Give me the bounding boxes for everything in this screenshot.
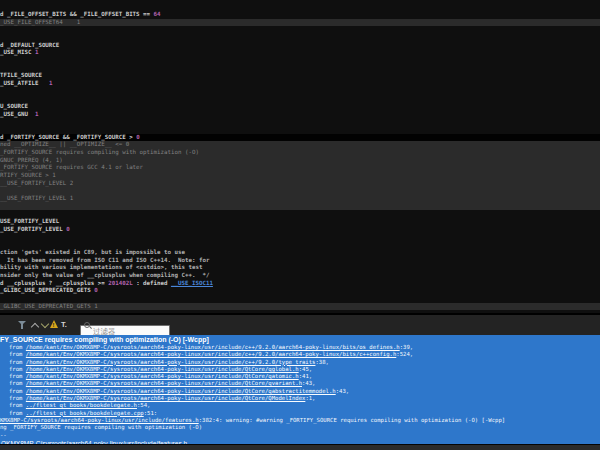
code-line: USE_FORTIFY_LEVEL (0, 218, 600, 226)
code-segment: __USE_FORTIFY_LEVEL 1 (0, 195, 73, 201)
code-line: RTIFY_SOURCE > 1 (0, 172, 600, 180)
compile-output-panel[interactable]: FY_SOURCE requires compiling with optimi… (0, 335, 600, 444)
code-editor[interactable]: d _FILE_OFFSET_BITS && _FILE_OFFSET_BITS… (0, 0, 600, 313)
code-segment: _USE_FILE_OFFSET64 1 (0, 19, 80, 25)
code-segment: _GLIBC_USE_DEPRECATED_GETS (0, 287, 94, 293)
code-line: d __cplusplus ? __cplusplus >= 201402L :… (0, 280, 600, 288)
code-line: nsider only the value of __cplusplus whe… (0, 272, 600, 280)
code-segment: 1 (35, 49, 39, 55)
code-line: _FORTIFY_SOURCE requires compiling with … (0, 149, 600, 157)
code-line: _USE_FILE_OFFSET64 1 (0, 19, 600, 27)
code-line (0, 126, 600, 134)
file-link[interactable]: /home/kant/Env/OKMX8MP-C/sysroots/aarch6… (26, 380, 302, 386)
output-text: from (9, 388, 26, 394)
output-text: :39, (400, 344, 413, 350)
code-line: _USE_FORTIFY_LEVEL 0 (0, 226, 600, 234)
warning-triangle-icon[interactable]: ! (50, 320, 58, 328)
compile-output-line: from /home/kant/Env/OKMX8MP-C/sysroots/a… (0, 373, 600, 380)
code-segment: 201402L (108, 280, 132, 286)
code-segment: 0 (66, 226, 70, 232)
code-segment: USE_FORTIFY_LEVEL (0, 218, 59, 224)
code-line (0, 95, 600, 103)
code-segment: 0 (94, 287, 98, 293)
code-line (0, 210, 600, 218)
warning-title: FY_SOURCE requires compiling with optimi… (0, 336, 600, 344)
horizontal-scrollbar[interactable] (0, 444, 600, 450)
file-link[interactable]: /home/kant/Env/OKMX8MP-C/sysroots/aarch6… (26, 344, 400, 350)
code-segment: : defined (133, 280, 171, 286)
code-line (0, 241, 600, 249)
code-segment: It has been removed from ISO C11 and ISO… (0, 257, 209, 263)
code-segment: ction 'gets' existed in C89, but is impo… (0, 249, 185, 255)
compile-output-line: from /home/kant/Env/OKMX8MP-C/sysroots/a… (0, 344, 600, 351)
file-link[interactable]: /home/kant/Env/OKMX8MP-C/sysroots/aarch6… (26, 351, 396, 357)
compile-output-line: from /home/kant/Env/OKMX8MP-C/sysroots/a… (0, 351, 600, 358)
filter-box (80, 319, 170, 333)
output-text: :45, (299, 366, 312, 372)
warning-exclamation: ! (53, 322, 55, 328)
output-text: from (9, 402, 26, 408)
file-link[interactable]: /home/kant/Env/OKMX8MP-C/sysroots/aarch6… (26, 395, 306, 401)
chevron-up-icon[interactable] (31, 323, 39, 331)
code-line: _USE_GNU 1 (0, 111, 600, 119)
code-line: _USE_ATFILE 1 (0, 80, 600, 88)
code-line: U_SOURCE (0, 103, 600, 111)
code-segment: 0 (136, 134, 140, 140)
output-text: from (9, 351, 26, 357)
file-link[interactable]: /home/kant/Env/OKMX8MP-C/sysroots/aarch6… (26, 373, 299, 379)
code-line (0, 187, 600, 195)
file-link[interactable]: KMX8MP-C/sysroots/aarch64-poky-linux/usr… (0, 417, 199, 423)
output-text: from (9, 410, 26, 416)
code-segment: U_SOURCE (0, 103, 28, 109)
code-segment: _USE_ATFILE (0, 80, 49, 86)
code-line: GNUC_PREREQ (4, 1) (0, 157, 600, 165)
code-line: __USE_FORTIFY_LEVEL 2 (0, 180, 600, 188)
output-text: :54, (137, 402, 150, 408)
code-segment: _USE_FORTIFY_LEVEL (0, 226, 66, 232)
code-segment: TFILE_SOURCE (0, 72, 42, 78)
output-pane-toolbar: ! T. (0, 313, 600, 335)
file-link[interactable]: ../fltest_qt_books/bookdelegate.cpp (26, 410, 144, 416)
search-icon (84, 322, 90, 328)
output-text: :43, (302, 380, 315, 386)
code-segment: _FORTIFY_SOURCE requires compiling with … (0, 149, 199, 155)
code-segment: __USE_FORTIFY_LEVEL 2 (0, 180, 73, 186)
compile-output-line: from ../fltest_qt_books/bookdelegate.cpp… (0, 410, 600, 417)
code-line: d _FILE_OFFSET_BITS && _FILE_OFFSET_BITS… (0, 11, 600, 19)
funnel-icon[interactable] (18, 321, 27, 330)
code-segment: d _DEFAULT_SOURCE (0, 42, 59, 48)
code-segment: 64 (154, 11, 161, 17)
file-link[interactable]: /home/kant/Env/OKMX8MP-C/sysroots/aarch6… (26, 366, 299, 372)
output-text: :51: (144, 410, 157, 416)
output-text: -- (0, 432, 7, 438)
compile-output-line: from /home/kant/Env/OKMX8MP-C/sysroots/a… (0, 395, 600, 402)
chevron-down-icon[interactable] (41, 320, 49, 328)
code-segment: GNUC_PREREQ (4, 1) (0, 157, 63, 163)
output-text: :41, (299, 373, 312, 379)
code-segment: RTIFY_SOURCE > 1 (0, 172, 56, 178)
code-line: d _FORTIFY_SOURCE && _FORTIFY_SOURCE > 0 (0, 134, 600, 142)
compile-output-line: from /home/kant/Env/OKMX8MP-C/sysroots/a… (0, 359, 600, 366)
code-segment: nsider only the value of __cplusplus whe… (0, 272, 209, 278)
code-line (0, 57, 600, 65)
symbol-link[interactable]: __USE_ISOC11 (171, 280, 213, 286)
code-line: _GLIBC_USE_DEPRECATED_GETS 0 (0, 287, 600, 295)
file-link[interactable]: ../fltest_qt_books/bookdelegate.h (26, 402, 137, 408)
file-link[interactable]: /home/kant/Env/OKMX8MP-C/sysroots/aarch6… (26, 359, 316, 365)
code-line: d _DEFAULT_SOURCE (0, 42, 600, 50)
code-line (0, 65, 600, 73)
code-segment: ned __OPTIMIZE__ || __OPTIMIZE__ <= 0 (0, 141, 129, 147)
output-text: from (9, 366, 26, 372)
compile-output-line: -- (0, 432, 600, 439)
code-line (0, 295, 600, 303)
code-line: __USE_FORTIFY_LEVEL 1 (0, 195, 600, 203)
code-segment: d _FILE_OFFSET_BITS && _FILE_OFFSET_BITS… (0, 11, 154, 17)
code-segment: _USE_MISC (0, 49, 35, 55)
code-line (0, 26, 600, 34)
text-filter-icon[interactable]: T. (61, 320, 67, 329)
output-text: :382:4: warning: #warning _FORTIFY_SOURC… (199, 417, 505, 423)
compile-output-line: from /home/kant/Env/OKMX8MP-C/sysroots/a… (0, 380, 600, 387)
file-link[interactable]: /home/kant/Env/OKMX8MP-C/sysroots/aarch6… (26, 388, 336, 394)
output-text: :38, (315, 359, 328, 365)
code-line (0, 118, 600, 126)
